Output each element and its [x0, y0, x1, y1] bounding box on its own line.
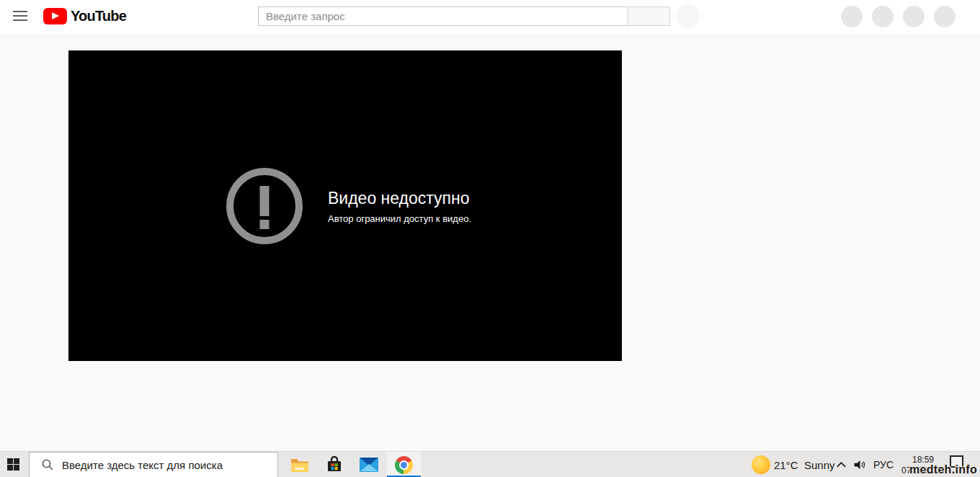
header-action-button-2[interactable]	[872, 6, 894, 27]
header-action-button-1[interactable]	[841, 6, 863, 27]
mail-icon	[360, 458, 378, 472]
speaker-icon	[853, 459, 867, 471]
hamburger-menu-icon[interactable]	[13, 11, 27, 22]
chrome-icon	[395, 456, 413, 474]
youtube-logo[interactable]: YouTube	[43, 8, 126, 24]
chevron-up-icon	[836, 461, 847, 468]
windows-logo-icon	[7, 458, 19, 471]
taskbar-search-box[interactable]	[29, 452, 278, 477]
weather-temperature[interactable]: 21°C	[774, 452, 798, 477]
video-player[interactable]: Видео недоступно Автор ограничил доступ …	[68, 50, 622, 361]
volume-button[interactable]	[853, 452, 867, 477]
search-button[interactable]	[628, 6, 670, 26]
youtube-header: YouTube	[0, 0, 980, 33]
microsoft-store-icon	[326, 456, 343, 473]
voice-search-button[interactable]	[676, 4, 700, 28]
error-exclamation-icon	[226, 168, 303, 244]
language-indicator[interactable]: РУС	[873, 452, 894, 477]
watermark: medteh.info	[909, 463, 977, 476]
desktop-screen: YouTube Видео недоступно Автор ограничил…	[0, 0, 980, 477]
magnifier-icon	[41, 458, 54, 471]
mail-button[interactable]	[352, 452, 386, 477]
error-message: Видео недоступно Автор ограничил доступ …	[328, 189, 471, 224]
chrome-button[interactable]	[387, 452, 421, 477]
microsoft-store-button[interactable]	[317, 452, 351, 477]
taskbar-search-input[interactable]	[62, 459, 264, 471]
error-title: Видео недоступно	[328, 189, 471, 208]
sun-weather-icon[interactable]	[752, 455, 770, 474]
weather-condition[interactable]: Sunny	[804, 452, 835, 477]
search-input[interactable]	[258, 6, 628, 26]
start-button[interactable]	[0, 452, 29, 477]
youtube-wordmark: YouTube	[71, 8, 126, 24]
avatar-button[interactable]	[934, 6, 956, 27]
tray-overflow-button[interactable]	[836, 452, 847, 477]
file-explorer-icon	[290, 458, 309, 473]
file-explorer-button[interactable]	[282, 452, 316, 477]
windows-taskbar: 21°C Sunny РУС 18:59 07.09.2021	[0, 451, 980, 477]
error-subtitle: Автор ограничил доступ к видео.	[328, 213, 471, 224]
header-action-button-3[interactable]	[903, 6, 925, 27]
youtube-play-icon	[43, 8, 67, 24]
